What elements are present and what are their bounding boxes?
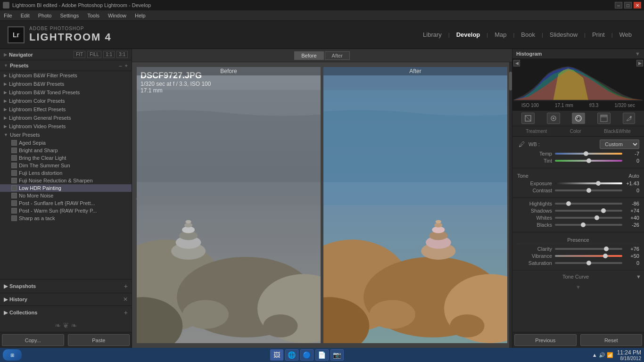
- minimize-button[interactable]: –: [615, 2, 622, 8]
- previous-button[interactable]: Previous: [514, 334, 577, 346]
- collections-add[interactable]: +: [124, 309, 128, 316]
- preset-warm-sun[interactable]: Post - Warm Sun {RAW Pretty P...: [0, 207, 132, 214]
- decorative-swirl: ❧ ❦ ❧: [0, 319, 132, 332]
- window-controls[interactable]: – □ ✕: [615, 2, 641, 8]
- presets-add[interactable]: +: [125, 63, 128, 68]
- preset-fuji-lens[interactable]: Fuji Lens distortion: [0, 169, 132, 177]
- nav-map[interactable]: Map: [490, 29, 511, 40]
- scrollbar-thumb[interactable]: [509, 72, 512, 90]
- nav-book[interactable]: Book: [516, 29, 540, 40]
- contrast-slider-thumb[interactable]: [586, 188, 591, 193]
- vibrance-slider-thumb[interactable]: [603, 254, 608, 258]
- temp-slider-track[interactable]: [555, 153, 622, 155]
- preset-bring-clear[interactable]: Bring the Clear Light: [0, 154, 132, 162]
- menu-file[interactable]: File: [2, 12, 14, 19]
- nav-fit[interactable]: FIT: [74, 51, 85, 58]
- preset-group-bw-filter: ▶ Lightroom B&W Filter Presets: [0, 71, 132, 80]
- blacks-slider-track[interactable]: [555, 224, 622, 226]
- preset-icon: [11, 185, 17, 191]
- menu-window[interactable]: Window: [106, 12, 128, 19]
- highlights-slider-track[interactable]: [555, 203, 622, 205]
- navigator-section[interactable]: ▶ Navigator FIT FILL 1:1 3:1: [0, 49, 132, 60]
- menu-edit[interactable]: Edit: [19, 12, 32, 19]
- tray-icons: ▲ 🔊 📶: [592, 352, 613, 358]
- wb-select[interactable]: Custom Auto Daylight Cloudy Shade: [600, 140, 639, 149]
- close-button[interactable]: ✕: [634, 2, 641, 8]
- nav-1to1[interactable]: 1:1: [103, 51, 115, 58]
- graduated-filter-tool[interactable]: [597, 113, 611, 124]
- contrast-slider-track[interactable]: [555, 189, 622, 191]
- spot-heal-tool[interactable]: [547, 113, 560, 124]
- preset-aged-sepia[interactable]: Aged Sepia: [0, 139, 132, 147]
- taskbar-lr[interactable]: 📷: [330, 349, 344, 361]
- exposure-slider-thumb[interactable]: [596, 181, 601, 186]
- whites-slider-track[interactable]: [555, 217, 622, 219]
- taskbar-word[interactable]: 📄: [315, 349, 329, 361]
- tab-bw[interactable]: Black&White: [602, 128, 633, 135]
- shadows-slider-track[interactable]: [555, 210, 622, 212]
- right-scroll[interactable]: 🖊 WB : Custom Auto Daylight Cloudy Shade: [512, 137, 644, 332]
- nav-develop[interactable]: Develop: [452, 29, 485, 40]
- clarity-slider-track[interactable]: [555, 248, 622, 250]
- before-button[interactable]: Before: [294, 51, 323, 60]
- preset-sunflare[interactable]: Post - Sunflare Left {RAW Prett...: [0, 199, 132, 207]
- tone-curve-collapse[interactable]: ▼: [636, 274, 641, 280]
- menu-tools[interactable]: Tools: [85, 12, 101, 19]
- preset-fuji-noise[interactable]: Fuji Noise Reduction & Sharpen: [0, 177, 132, 184]
- nav-slideshow[interactable]: Slideshow: [545, 29, 582, 40]
- presets-minus[interactable]: –: [119, 63, 122, 68]
- after-image-svg: [323, 67, 507, 343]
- histogram-collapse[interactable]: ▼: [635, 51, 640, 57]
- snapshots-add[interactable]: +: [124, 282, 128, 290]
- highlights-slider-thumb[interactable]: [566, 201, 571, 206]
- start-button[interactable]: ⊞: [3, 349, 22, 361]
- menu-photo[interactable]: Photo: [36, 12, 54, 19]
- preset-sharp-tack[interactable]: Sharp as a tack: [0, 214, 132, 222]
- tone-curve-section[interactable]: Tone Curve ▼: [512, 271, 644, 282]
- nav-library[interactable]: Library: [418, 29, 446, 40]
- center-panel: ◀ Before After Before: [132, 49, 512, 348]
- paste-button[interactable]: Paste: [68, 334, 130, 346]
- vibrance-slider-track[interactable]: [555, 255, 622, 257]
- nav-web[interactable]: Web: [615, 29, 637, 40]
- tint-slider-track[interactable]: [555, 160, 622, 162]
- blacks-slider-thumb[interactable]: [581, 222, 586, 227]
- auto-button[interactable]: Auto: [628, 173, 639, 179]
- tab-color[interactable]: Color: [568, 128, 583, 135]
- taskbar-app3[interactable]: 🔵: [300, 349, 314, 361]
- exposure-slider-track[interactable]: [555, 182, 622, 184]
- saturation-slider-thumb[interactable]: [586, 261, 591, 265]
- reset-button[interactable]: Reset: [580, 334, 643, 346]
- preset-dim-summer[interactable]: Dim The Summer Sun: [0, 162, 132, 169]
- nav-print[interactable]: Print: [587, 29, 610, 40]
- whites-slider-thumb[interactable]: [594, 215, 599, 220]
- presets-section-header[interactable]: ▼ Presets – +: [0, 60, 132, 71]
- preset-bright-sharp[interactable]: Bright and Sharp: [0, 147, 132, 154]
- preset-no-noise[interactable]: No More Noise: [0, 192, 132, 199]
- eyedropper-tool[interactable]: 🖊: [517, 140, 527, 149]
- history-clear[interactable]: ✕: [123, 296, 128, 303]
- nav-3to1[interactable]: 3:1: [116, 51, 128, 58]
- after-button[interactable]: After: [325, 51, 350, 60]
- center-scrollbar[interactable]: [509, 62, 512, 348]
- menu-settings[interactable]: Settings: [58, 12, 81, 19]
- adjustment-brush-tool[interactable]: [623, 113, 635, 124]
- taskbar-chrome[interactable]: 🌐: [285, 349, 298, 361]
- tint-slider-thumb[interactable]: [586, 158, 591, 163]
- redeye-tool[interactable]: [572, 113, 585, 124]
- menu-help[interactable]: Help: [133, 12, 148, 19]
- svg-rect-36: [601, 115, 607, 117]
- shadows-slider-thumb[interactable]: [601, 208, 606, 213]
- temp-slider-thumb[interactable]: [584, 151, 588, 156]
- tab-treatment[interactable]: Treatment: [524, 128, 549, 135]
- saturation-slider-track[interactable]: [555, 262, 622, 264]
- preset-low-hdr[interactable]: Low HDR Painting: [0, 184, 132, 192]
- crop-tool[interactable]: [521, 113, 535, 124]
- taskbar-explorer[interactable]: 🖼: [270, 349, 283, 361]
- clarity-slider-thumb[interactable]: [604, 247, 609, 251]
- copy-button[interactable]: Copy...: [2, 334, 64, 346]
- maximize-button[interactable]: □: [624, 2, 632, 8]
- navigator-title: Navigator: [9, 52, 33, 58]
- nav-fill[interactable]: FILL: [87, 51, 101, 58]
- tone-title: Tone: [517, 171, 628, 181]
